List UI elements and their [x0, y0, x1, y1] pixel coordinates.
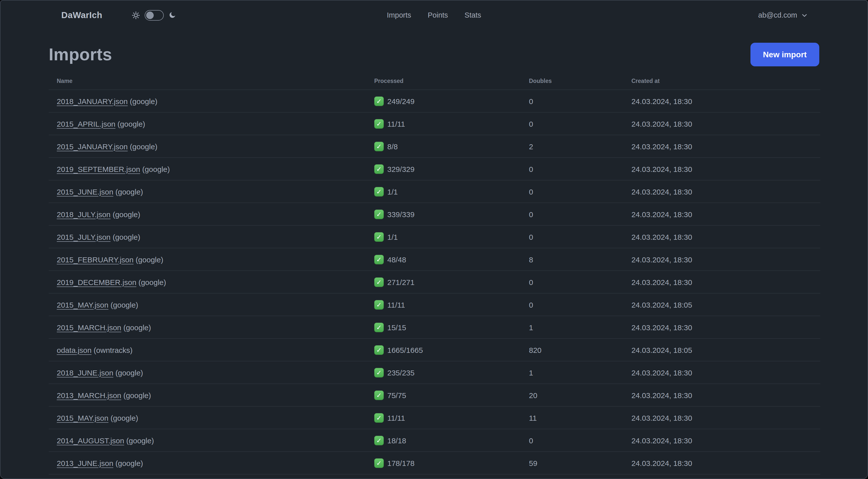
created-at-cell: 24.03.2024, 18:05 [629, 338, 820, 361]
processed-cell: ✓ 235/235 [372, 361, 527, 384]
import-file-link[interactable]: 2014_AUGUST.json [57, 436, 124, 445]
processed-cell: ✓ 8/8 [372, 135, 527, 157]
user-menu[interactable]: ab@cd.com [758, 11, 808, 19]
main-nav: Imports Points Stats [387, 11, 481, 19]
processed-cell: ✓ 329/329 [372, 157, 527, 180]
processed-cell: ✓ 1/1 [372, 226, 527, 248]
name-cell: 2013_MARCH.json (google) [49, 384, 372, 407]
nav-item-imports[interactable]: Imports [387, 11, 411, 19]
doubles-cell: 1 [527, 361, 629, 384]
processed-cell: ✓ 1665/1665 [372, 338, 527, 361]
processed-cell: ✓ 11/11 [372, 407, 527, 429]
created-at-cell: 24.03.2024, 18:30 [629, 226, 820, 248]
processed-count: 8/8 [387, 142, 398, 151]
doubles-cell: 20 [527, 384, 629, 407]
check-icon: ✓ [374, 277, 384, 287]
doubles-cell: 1 [527, 316, 629, 338]
name-cell: odata.json (owntracks) [49, 338, 372, 361]
created-at-cell [629, 474, 820, 479]
created-at-cell: 24.03.2024, 18:30 [629, 90, 820, 112]
page-header: Imports New import [49, 43, 819, 66]
created-at-cell: 24.03.2024, 18:30 [629, 135, 820, 157]
processed-count: 48/48 [387, 255, 406, 264]
created-at-cell: 24.03.2024, 18:30 [629, 384, 820, 407]
check-icon: ✓ [374, 323, 384, 332]
column-header-name: Name [49, 72, 372, 90]
name-cell: 2014_AUGUST.json (google) [49, 429, 372, 452]
navbar: DaWarIch Imports Points Stats [0, 0, 868, 30]
column-header-doubles: Doubles [527, 72, 629, 90]
import-file-link[interactable]: 2015_MARCH.json [57, 323, 121, 331]
processed-count: 339/339 [387, 210, 414, 218]
import-file-link[interactable]: 2013_MARCH.json [57, 391, 121, 399]
check-icon: ✓ [374, 164, 384, 174]
table-row: 2015_JUNE.json (google) ✓ 1/1 0 24.03.20… [49, 180, 820, 203]
table-row: 2018_JUNE.json (google) ✓ 235/235 1 24.0… [49, 361, 820, 384]
import-file-link[interactable]: 2018_JANUARY.json [57, 97, 128, 105]
doubles-cell: 59 [527, 452, 629, 474]
theme-toggle[interactable] [145, 10, 163, 20]
import-file-link[interactable]: 2015_JULY.json [57, 233, 111, 241]
nav-item-points[interactable]: Points [428, 11, 448, 19]
table-row: 2015_MARCH.json (google) ✓ 15/15 1 24.03… [49, 316, 820, 338]
table-row: 2019_SEPTEMBER.json (google) ✓ 329/329 0… [49, 157, 820, 180]
import-source-label: (google) [118, 119, 145, 128]
column-header-created-at: Created at [629, 72, 820, 90]
name-cell: 2019_DECEMBER.json (google) [49, 271, 372, 293]
import-source-label: (google) [130, 97, 157, 105]
table-header-row: Name Processed Doubles Created at [49, 72, 820, 90]
import-file-link[interactable]: 2015_MAY.json [57, 413, 108, 422]
doubles-cell: 0 [527, 157, 629, 180]
created-at-cell: 24.03.2024, 18:30 [629, 361, 820, 384]
check-icon: ✓ [374, 436, 384, 445]
doubles-cell: 0 [527, 271, 629, 293]
created-at-cell: 24.03.2024, 18:30 [629, 271, 820, 293]
import-source-label: (google) [135, 255, 163, 264]
import-file-link[interactable]: 2019_SEPTEMBER.json [57, 164, 140, 173]
nav-item-stats[interactable]: Stats [465, 11, 481, 19]
processed-count: 1/1 [387, 187, 398, 196]
check-icon: ✓ [374, 345, 384, 355]
import-file-link[interactable]: 2015_FEBRUARY.json [57, 255, 134, 264]
processed-count: 235/235 [387, 368, 414, 377]
sun-icon [131, 11, 140, 19]
import-file-link[interactable]: 2018_JUNE.json [57, 368, 113, 377]
created-at-cell: 24.03.2024, 18:30 [629, 180, 820, 203]
theme-toggle-knob [146, 11, 153, 19]
check-icon: ✓ [374, 96, 384, 106]
processed-cell: ✓ 271/271 [372, 271, 527, 293]
processed-count: 75/75 [387, 391, 406, 399]
table-row: 2018_JANUARY.json (google) ✓ 249/249 0 2… [49, 90, 820, 112]
name-cell: 2018_JANUARY.json (google) [49, 90, 372, 112]
processed-cell: ✓ 339/339 [372, 203, 527, 226]
import-source-label: (google) [126, 436, 154, 445]
created-at-cell: 24.03.2024, 18:30 [629, 452, 820, 474]
processed-count: 1665/1665 [387, 346, 423, 354]
import-file-link[interactable]: 2015_JANUARY.json [57, 142, 128, 151]
import-file-link[interactable]: 2019_DECEMBER.json [57, 278, 136, 286]
processed-count: 249/249 [387, 97, 414, 105]
import-file-link[interactable]: 2015_APRIL.json [57, 119, 116, 128]
processed-cell: ✓ 178/178 [372, 452, 527, 474]
processed-cell: ✓ 75/75 [372, 384, 527, 407]
doubles-cell: 0 [527, 90, 629, 112]
import-source-label: (google) [142, 164, 170, 173]
created-at-cell: 24.03.2024, 18:30 [629, 407, 820, 429]
name-cell: 2015_FEBRUARY.json (google) [49, 248, 372, 271]
import-file-link[interactable]: odata.json [57, 346, 91, 354]
app-logo[interactable]: DaWarIch [61, 10, 102, 20]
import-file-link[interactable]: 2015_MAY.json [57, 300, 108, 309]
import-file-link[interactable]: 2013_JUNE.json [57, 459, 113, 467]
check-icon: ✓ [374, 390, 384, 400]
new-import-button[interactable]: New import [750, 43, 819, 66]
import-file-link[interactable]: 2018_JULY.json [57, 210, 111, 218]
column-header-processed: Processed [372, 72, 527, 90]
table-row: 2015_MAY.json (google) ✓ 11/11 0 24.03.2… [49, 293, 820, 316]
check-icon: ✓ [374, 142, 384, 151]
table-row: 2015_FEBRUARY.json (google) ✓ 48/48 8 24… [49, 248, 820, 271]
name-cell: 2015_MAY.json (google) [49, 407, 372, 429]
check-icon: ✓ [374, 187, 384, 196]
import-file-link[interactable]: 2015_JUNE.json [57, 187, 113, 196]
processed-cell: ✓ 48/48 [372, 248, 527, 271]
moon-icon [168, 11, 176, 19]
